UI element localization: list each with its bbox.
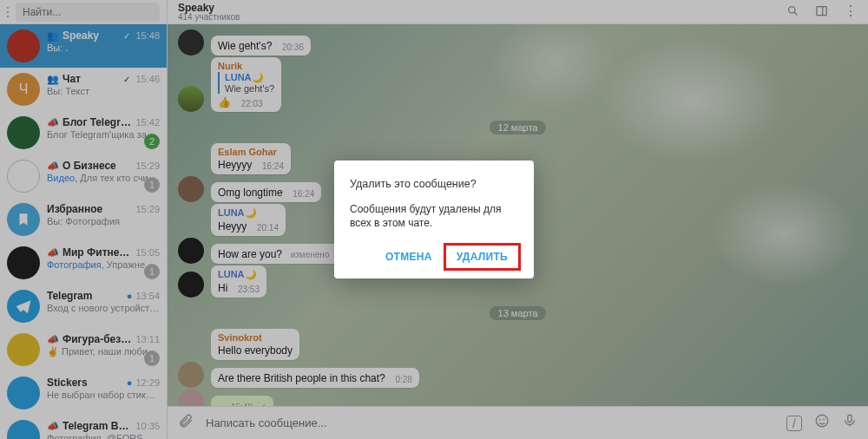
dialog-info: Сообщения будут удалены для всех в этом … [350,202,518,230]
delete-dialog: Удалить это сообщение? Сообщения будут у… [334,161,534,278]
cancel-button[interactable]: ОТМЕНА [375,246,443,268]
dialog-question: Удалить это сообщение? [350,178,518,190]
modal-overlay[interactable]: Удалить это сообщение? Сообщения будут у… [0,0,868,439]
delete-button[interactable]: УДАЛИТЬ [446,246,518,268]
